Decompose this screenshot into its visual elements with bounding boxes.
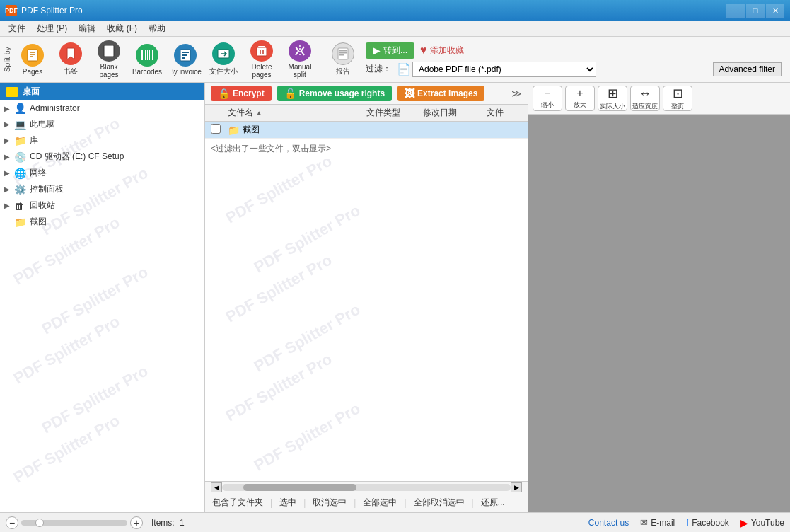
zoom-plus-button[interactable]: + bbox=[130, 516, 143, 529]
cd-icon: 💿 bbox=[14, 151, 27, 163]
menu-edit[interactable]: 编辑 bbox=[73, 21, 101, 36]
minimize-button[interactable]: ─ bbox=[726, 4, 745, 18]
status-right: Contact us ✉ E-mail f Facebook ▶ YouTube bbox=[588, 517, 784, 528]
svg-rect-22 bbox=[338, 48, 348, 59]
report-button[interactable]: 报告 bbox=[327, 39, 359, 80]
svg-rect-24 bbox=[339, 52, 347, 54]
by-invoice-button[interactable]: By invoice bbox=[167, 39, 204, 80]
status-items-label: Items: 1 bbox=[151, 518, 185, 528]
sidebar: 桌面 PDF Splitter Pro PDF Splitter Pro PDF… bbox=[0, 83, 205, 512]
scroll-right-button[interactable]: ▶ bbox=[511, 482, 522, 492]
type-header[interactable]: 文件类型 bbox=[366, 107, 423, 119]
email-link[interactable]: ✉ E-mail bbox=[640, 517, 675, 528]
tree-item-administrator[interactable]: ▶ 👤 Administrator bbox=[0, 100, 204, 116]
fit-width-button[interactable]: ↔ 适应宽度 bbox=[630, 86, 660, 111]
tree-item-network[interactable]: ▶ 🌐 网络 bbox=[0, 165, 204, 181]
horizontal-scrollbar[interactable] bbox=[222, 484, 511, 491]
menu-process[interactable]: 处理 (P) bbox=[31, 21, 73, 36]
fit-page-icon: ⊡ bbox=[673, 86, 683, 101]
file-size-label: 文件大小 bbox=[209, 66, 238, 76]
zoom-minus-button[interactable]: − bbox=[6, 516, 18, 529]
zoom-in-button[interactable]: + 放大 bbox=[565, 86, 595, 111]
filter-select[interactable]: Adobe PDF file (*.pdf) bbox=[412, 62, 596, 77]
fit-width-icon: ↔ bbox=[639, 86, 651, 101]
scroll-left-button[interactable]: ◀ bbox=[211, 482, 222, 492]
tree-item-trash[interactable]: ▶ 🗑 回收站 bbox=[0, 197, 204, 214]
network-icon: 🌐 bbox=[14, 168, 27, 179]
remove-usage-rights-button[interactable]: 🔓 Remove usage rights bbox=[277, 86, 392, 101]
date-header[interactable]: 修改日期 bbox=[423, 107, 487, 119]
bookmarks-button[interactable]: 书签 bbox=[52, 39, 89, 80]
tree-arrow: ▶ bbox=[4, 153, 14, 161]
wm-fp-6: PDF Splitter Pro bbox=[251, 400, 364, 475]
tree-item-screenshots[interactable]: 📁 截图 bbox=[0, 214, 204, 230]
tree-item-library[interactable]: ▶ 📁 库 bbox=[0, 132, 204, 149]
tree-item-pc[interactable]: ▶ 💻 此电脑 bbox=[0, 116, 204, 132]
wm-fp-4: PDF Splitter Pro bbox=[251, 301, 364, 376]
expand-panel-button[interactable]: ≫ bbox=[511, 88, 522, 99]
contact-us-link[interactable]: Contact us bbox=[588, 518, 629, 528]
maximize-button[interactable]: □ bbox=[746, 4, 765, 18]
barcodes-label: Barcodes bbox=[132, 68, 162, 76]
desktop-icon bbox=[6, 87, 18, 97]
app-title: PDF Splitter Pro bbox=[21, 6, 726, 16]
file-row-screenshots[interactable]: 📁 截图 bbox=[205, 122, 528, 139]
file-size-button[interactable]: 文件大小 bbox=[205, 39, 242, 80]
window-controls: ─ □ ✕ bbox=[726, 4, 784, 18]
watermark-7: PDF Splitter Pro bbox=[11, 412, 123, 487]
encrypt-button[interactable]: 🔒 Encrypt bbox=[211, 86, 272, 101]
facebook-icon: f bbox=[686, 517, 689, 528]
tree-item-control-panel[interactable]: ▶ ⚙️ 控制面板 bbox=[0, 181, 204, 197]
actual-size-button[interactable]: ⊞ 实际大小 bbox=[598, 86, 627, 111]
deselect-all-button[interactable]: 全部取消选中 bbox=[409, 495, 469, 510]
file-panel-toolbar: 🔒 Encrypt 🔓 Remove usage rights 🖼 Extrac… bbox=[205, 83, 528, 105]
delete-pages-button[interactable]: Delete pages bbox=[243, 39, 280, 80]
svg-rect-25 bbox=[339, 54, 344, 56]
svg-rect-13 bbox=[182, 52, 189, 53]
manual-split-button[interactable]: Manual split bbox=[281, 39, 318, 80]
barcodes-button[interactable]: Barcodes bbox=[129, 39, 165, 80]
tree-label-trash: 回收站 bbox=[30, 200, 55, 212]
restore-button[interactable]: 还原... bbox=[477, 495, 509, 510]
include-subfolders-button[interactable]: 包含子文件夹 bbox=[208, 495, 267, 510]
extract-images-button[interactable]: 🖼 Extract images bbox=[397, 86, 484, 101]
main-area: 桌面 PDF Splitter Pro PDF Splitter Pro PDF… bbox=[0, 83, 790, 512]
pages-button[interactable]: Pages bbox=[14, 39, 51, 80]
advanced-filter-button[interactable]: Advanced filter bbox=[713, 62, 782, 76]
close-button[interactable]: ✕ bbox=[766, 4, 784, 18]
menu-favorites[interactable]: 收藏 (F) bbox=[101, 21, 143, 36]
menu-file[interactable]: 文件 bbox=[3, 21, 31, 36]
name-header[interactable]: 文件名 ▲ bbox=[228, 107, 366, 119]
add-favorite-button[interactable]: ♥ 添加收藏 bbox=[420, 44, 464, 57]
svg-rect-11 bbox=[152, 50, 153, 60]
manual-split-label: Manual split bbox=[283, 63, 317, 79]
deselect-button[interactable]: 取消选中 bbox=[308, 495, 351, 510]
filter-notice[interactable]: <过滤出了一些文件，双击显示> bbox=[205, 139, 528, 159]
preview-toolbar: − 缩小 + 放大 ⊞ 实际大小 ↔ 适应宽度 ⊡ 整页 bbox=[528, 83, 790, 115]
tree-item-cd[interactable]: ▶ 💿 CD 驱动器 (E:) CF Setup bbox=[0, 149, 204, 165]
toolbar-right-top: ▶ 转到... ♥ 添加收藏 bbox=[366, 42, 782, 59]
user-icon: 👤 bbox=[14, 103, 27, 114]
toolbar: Split by Pages 书签 Blank pages Barcodes B… bbox=[0, 37, 790, 83]
zoom-slider[interactable] bbox=[21, 520, 127, 526]
zoom-slider-thumb bbox=[35, 519, 44, 527]
menu-help[interactable]: 帮助 bbox=[143, 21, 171, 36]
watermark-6: PDF Splitter Pro bbox=[39, 362, 151, 438]
fit-page-button[interactable]: ⊡ 整页 bbox=[663, 86, 692, 111]
select-all-button[interactable]: 全部选中 bbox=[359, 495, 401, 510]
goto-button[interactable]: ▶ 转到... bbox=[366, 42, 414, 59]
facebook-link[interactable]: f Facebook bbox=[686, 517, 729, 528]
screenshots-icon: 📁 bbox=[14, 216, 27, 228]
size-header[interactable]: 文件 bbox=[487, 107, 522, 119]
library-icon: 📁 bbox=[14, 135, 27, 146]
checkbox-screenshots[interactable] bbox=[211, 124, 221, 134]
youtube-link[interactable]: ▶ YouTube bbox=[740, 517, 784, 528]
row-name-screenshots: 📁 截图 bbox=[228, 124, 366, 136]
status-bar: − + Items: 1 Contact us ✉ E-mail f Faceb… bbox=[0, 512, 790, 532]
zoom-out-button[interactable]: − 缩小 bbox=[533, 86, 562, 111]
actual-size-icon: ⊞ bbox=[608, 86, 618, 101]
tree-arrow: ▶ bbox=[4, 120, 14, 128]
row-checkbox[interactable] bbox=[211, 124, 228, 136]
blank-pages-button[interactable]: Blank pages bbox=[91, 39, 127, 80]
select-button[interactable]: 选中 bbox=[275, 495, 301, 510]
